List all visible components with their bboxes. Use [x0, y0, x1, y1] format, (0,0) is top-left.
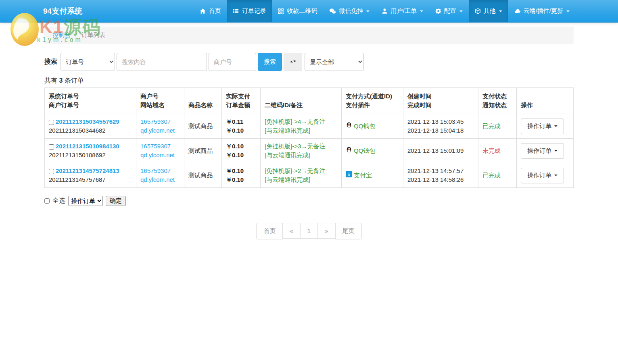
nav-label: 其他	[484, 7, 496, 15]
search-type-select[interactable]: 订单号	[61, 53, 115, 71]
breadcrumb-separator: /	[75, 31, 77, 38]
nav-item-home[interactable]: 首页	[194, 0, 227, 22]
merchant-id-link[interactable]: 165759307	[140, 118, 171, 125]
col-header-pay-method: 支付方式(通道ID)支付插件	[342, 88, 403, 114]
nav-label: 配置	[444, 7, 456, 15]
nav-item-cloud[interactable]: 云端/插件/更新	[508, 0, 576, 22]
orders-table: 系统订单号商户订单号 商户号网站域名 商品名称 实际支付订单金额 二维码ID/备…	[44, 87, 574, 188]
merchant-id-input[interactable]	[209, 53, 256, 71]
confirm-button[interactable]: 确定	[106, 196, 126, 206]
product-name: 测试商品	[188, 172, 213, 179]
brand-title[interactable]: 94支付系统	[42, 0, 88, 22]
nav-label: 云端/插件/更新	[524, 7, 563, 15]
list-icon	[233, 8, 239, 14]
merchant-order-number: 20211213150108692	[49, 151, 132, 160]
col-header-actions: 操作	[517, 88, 574, 114]
select-all-checkbox[interactable]	[44, 198, 50, 204]
status-filter-select[interactable]: 显示全部	[305, 53, 364, 71]
created-time: 2021-12-13 15:03:45	[407, 117, 474, 126]
chevron-down-icon	[554, 125, 557, 127]
search-input[interactable]	[117, 53, 207, 71]
nav-item-qrcode[interactable]: 收款二维码	[272, 0, 323, 22]
chevron-down-icon	[554, 175, 557, 176]
cube-icon	[475, 8, 481, 14]
chevron-down-icon	[459, 10, 463, 12]
nav-item-users[interactable]: 用户/工单	[376, 0, 429, 22]
wechat-icon	[329, 8, 336, 14]
domain-link[interactable]: qd.ylcom.net	[140, 127, 175, 134]
nav-label: 订单记录	[242, 7, 266, 15]
order-action-button[interactable]: 操作订单	[521, 143, 564, 159]
chevron-down-icon	[554, 150, 557, 152]
col-header-amount: 实际支付订单金额	[222, 88, 261, 114]
domain-link[interactable]: qd.ylcom.net	[140, 176, 175, 183]
completed-time: 2021-12-13 15:04:18	[407, 126, 474, 135]
created-time: 2021-12-13 15:01:09	[407, 146, 474, 155]
row-select-checkbox[interactable]	[49, 169, 54, 174]
nav-label: 微信免挂	[339, 7, 363, 15]
nav-item-orders[interactable]: 订单记录	[227, 0, 272, 22]
product-name: 测试商品	[188, 147, 213, 154]
col-header-time: 创建时间完成时间	[403, 88, 478, 114]
order-amount: ￥0.10	[226, 151, 256, 160]
merchant-id-link[interactable]: 165759307	[140, 167, 171, 174]
page-first[interactable]: 首页	[256, 223, 283, 239]
paid-amount: ￥0.10	[226, 166, 256, 175]
order-count-summary: 共有 3 条订单	[44, 77, 574, 85]
status-badge: 已完成	[482, 172, 501, 179]
nav-item-wechat[interactable]: 微信免挂	[323, 0, 376, 22]
page-last[interactable]: 尾页	[336, 223, 362, 239]
pay-method-name: QQ钱包	[354, 122, 375, 131]
order-action-button[interactable]: 操作订单	[521, 168, 564, 183]
page-number[interactable]: 1	[301, 223, 318, 239]
bulk-action-select[interactable]: 操作订单	[68, 196, 103, 206]
svg-text:支: 支	[347, 172, 351, 177]
col-header-status: 支付状态通知状态	[478, 88, 517, 114]
merchant-id-link[interactable]: 165759307	[140, 143, 171, 150]
completed-time: 2021-12-13 14:58:26	[407, 175, 474, 184]
domain-link[interactable]: qd.ylcom.net	[140, 152, 175, 158]
search-bar: 搜索 订单号 搜索 显示全部	[44, 53, 574, 71]
nav-label: 收款二维码	[287, 7, 317, 15]
col-header-product: 商品名称	[184, 88, 222, 114]
alipay-icon: 支	[346, 171, 352, 180]
page-next[interactable]: »	[318, 223, 335, 239]
nav-label: 用户/工单	[390, 7, 416, 15]
system-order-link[interactable]: 2021121315010984130	[56, 143, 119, 150]
system-order-link[interactable]: 2021121314575724813	[56, 167, 119, 174]
refresh-icon	[290, 58, 296, 66]
system-order-link[interactable]: 2021121315034557629	[56, 118, 119, 125]
paid-amount: ￥0.11	[226, 117, 256, 126]
table-row: 202112131503455762920211213150344682 165…	[45, 114, 574, 139]
status-badge: 未完成	[482, 147, 501, 154]
col-header-merchant: 商户号网站域名	[136, 88, 184, 114]
merchant-order-number: 20211213145757687	[49, 175, 132, 184]
paid-amount: ￥0.10	[226, 142, 256, 151]
order-amount: ￥0.10	[226, 126, 256, 135]
cloud-note: [与云端通讯完成]	[265, 175, 337, 184]
main-nav: 首页 订单记录 收款二维码 微信免挂 用户/工单 配置	[194, 0, 576, 22]
user-icon	[382, 8, 388, 14]
pay-method-name: QQ钱包	[354, 146, 375, 155]
qrcode-note: [免挂机版]->3→无备注	[265, 142, 337, 151]
order-amount: ￥0.10	[226, 175, 256, 184]
cloud-icon	[514, 8, 521, 14]
breadcrumb-home-link[interactable]: 控制台	[52, 31, 71, 38]
chevron-down-icon	[366, 10, 370, 12]
page-prev[interactable]: «	[283, 223, 300, 239]
home-icon	[200, 8, 206, 14]
search-button[interactable]: 搜索	[258, 53, 282, 71]
bulk-actions-bar: 全选 操作订单 确定	[44, 196, 574, 206]
select-all-label: 全选	[52, 197, 65, 205]
created-time: 2021-12-13 14:57:57	[407, 166, 474, 175]
row-select-checkbox[interactable]	[49, 120, 54, 125]
order-action-button[interactable]: 操作订单	[521, 119, 564, 134]
nav-item-config[interactable]: 配置	[429, 0, 469, 22]
row-select-checkbox[interactable]	[49, 144, 54, 150]
chevron-down-icon	[420, 10, 423, 12]
nav-label: 首页	[209, 7, 221, 15]
cloud-note: [与云端通讯完成]	[265, 126, 337, 135]
nav-item-other[interactable]: 其他	[469, 0, 508, 22]
refresh-button[interactable]	[284, 53, 302, 71]
qrcode-note: [免挂机版]->4→无备注	[265, 117, 337, 126]
